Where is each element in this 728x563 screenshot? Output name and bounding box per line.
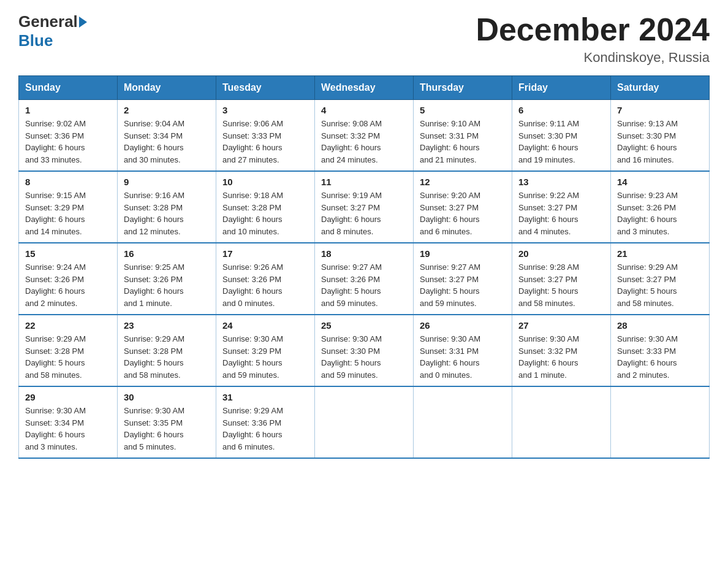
- day-number: 17: [222, 248, 308, 259]
- day-number: 6: [518, 105, 604, 115]
- calendar-cell: 20Sunrise: 9:28 AMSunset: 3:27 PMDayligh…: [512, 243, 611, 315]
- day-info: Sunrise: 9:30 AMSunset: 3:34 PMDaylight:…: [25, 405, 111, 453]
- calendar-cell: 13Sunrise: 9:22 AMSunset: 3:27 PMDayligh…: [512, 171, 611, 243]
- day-info: Sunrise: 9:08 AMSunset: 3:32 PMDaylight:…: [321, 118, 407, 166]
- calendar-subtitle: Kondinskoye, Russia: [476, 50, 710, 66]
- day-info: Sunrise: 9:06 AMSunset: 3:33 PMDaylight:…: [222, 118, 308, 166]
- day-info: Sunrise: 9:10 AMSunset: 3:31 PMDaylight:…: [420, 118, 506, 166]
- day-info: Sunrise: 9:19 AMSunset: 3:27 PMDaylight:…: [321, 190, 407, 237]
- day-number: 27: [518, 320, 604, 331]
- calendar-cell: 24Sunrise: 9:30 AMSunset: 3:29 PMDayligh…: [216, 315, 315, 386]
- day-number: 19: [420, 248, 506, 259]
- calendar-week-row: 29Sunrise: 9:30 AMSunset: 3:34 PMDayligh…: [19, 386, 710, 458]
- calendar-cell: 25Sunrise: 9:30 AMSunset: 3:30 PMDayligh…: [315, 315, 414, 386]
- day-info: Sunrise: 9:30 AMSunset: 3:33 PMDaylight:…: [617, 333, 703, 381]
- calendar-cell: 5Sunrise: 9:10 AMSunset: 3:31 PMDaylight…: [414, 100, 512, 172]
- day-info: Sunrise: 9:30 AMSunset: 3:35 PMDaylight:…: [124, 405, 210, 453]
- day-number: 12: [420, 177, 506, 187]
- calendar-cell: 1Sunrise: 9:02 AMSunset: 3:36 PMDaylight…: [19, 100, 118, 172]
- calendar-cell: 16Sunrise: 9:25 AMSunset: 3:26 PMDayligh…: [118, 243, 216, 315]
- calendar-cell: 28Sunrise: 9:30 AMSunset: 3:33 PMDayligh…: [611, 315, 710, 386]
- day-info: Sunrise: 9:25 AMSunset: 3:26 PMDaylight:…: [124, 261, 210, 309]
- day-number: 3: [222, 105, 308, 115]
- day-number: 13: [518, 177, 604, 187]
- logo-line2: Blue: [18, 31, 53, 50]
- calendar-week-row: 15Sunrise: 9:24 AMSunset: 3:26 PMDayligh…: [19, 243, 710, 315]
- calendar-cell: 9Sunrise: 9:16 AMSunset: 3:28 PMDaylight…: [118, 171, 216, 243]
- calendar-cell: 29Sunrise: 9:30 AMSunset: 3:34 PMDayligh…: [19, 386, 118, 458]
- calendar-cell: 19Sunrise: 9:27 AMSunset: 3:27 PMDayligh…: [414, 243, 512, 315]
- calendar-cell: 3Sunrise: 9:06 AMSunset: 3:33 PMDaylight…: [216, 100, 315, 172]
- day-info: Sunrise: 9:28 AMSunset: 3:27 PMDaylight:…: [518, 261, 604, 309]
- day-number: 30: [124, 392, 210, 402]
- day-number: 2: [124, 105, 210, 115]
- day-info: Sunrise: 9:30 AMSunset: 3:32 PMDaylight:…: [518, 333, 604, 381]
- calendar-week-row: 8Sunrise: 9:15 AMSunset: 3:29 PMDaylight…: [19, 171, 710, 243]
- calendar-cell: 27Sunrise: 9:30 AMSunset: 3:32 PMDayligh…: [512, 315, 611, 386]
- calendar-cell: 26Sunrise: 9:30 AMSunset: 3:31 PMDayligh…: [414, 315, 512, 386]
- day-info: Sunrise: 9:29 AMSunset: 3:28 PMDaylight:…: [25, 333, 111, 381]
- day-number: 9: [124, 177, 210, 187]
- calendar-cell: 7Sunrise: 9:13 AMSunset: 3:30 PMDaylight…: [611, 100, 710, 172]
- day-info: Sunrise: 9:27 AMSunset: 3:27 PMDaylight:…: [420, 261, 506, 309]
- calendar-cell: 23Sunrise: 9:29 AMSunset: 3:28 PMDayligh…: [118, 315, 216, 386]
- day-number: 10: [222, 177, 308, 187]
- calendar-cell: 2Sunrise: 9:04 AMSunset: 3:34 PMDaylight…: [118, 100, 216, 172]
- calendar-cell: 4Sunrise: 9:08 AMSunset: 3:32 PMDaylight…: [315, 100, 414, 172]
- day-number: 24: [222, 320, 308, 331]
- day-info: Sunrise: 9:15 AMSunset: 3:29 PMDaylight:…: [25, 190, 111, 237]
- day-info: Sunrise: 9:30 AMSunset: 3:29 PMDaylight:…: [222, 333, 308, 381]
- day-number: 23: [124, 320, 210, 331]
- calendar-cell: 10Sunrise: 9:18 AMSunset: 3:28 PMDayligh…: [216, 171, 315, 243]
- day-number: 25: [321, 320, 407, 331]
- calendar-cell: 6Sunrise: 9:11 AMSunset: 3:30 PMDaylight…: [512, 100, 611, 172]
- day-number: 7: [617, 105, 703, 115]
- col-header-saturday: Saturday: [611, 76, 710, 100]
- day-info: Sunrise: 9:02 AMSunset: 3:36 PMDaylight:…: [25, 118, 111, 166]
- day-number: 5: [420, 105, 506, 115]
- logo-line1: General: [18, 12, 87, 31]
- page-header: General Blue December 2024 Kondinskoye, …: [18, 12, 710, 66]
- calendar-cell: 21Sunrise: 9:29 AMSunset: 3:27 PMDayligh…: [611, 243, 710, 315]
- col-header-monday: Monday: [118, 76, 216, 100]
- day-number: 21: [617, 248, 703, 259]
- day-number: 4: [321, 105, 407, 115]
- day-number: 1: [25, 105, 111, 115]
- logo: General Blue: [18, 12, 87, 50]
- day-info: Sunrise: 9:18 AMSunset: 3:28 PMDaylight:…: [222, 190, 308, 237]
- day-info: Sunrise: 9:16 AMSunset: 3:28 PMDaylight:…: [124, 190, 210, 237]
- day-info: Sunrise: 9:24 AMSunset: 3:26 PMDaylight:…: [25, 261, 111, 309]
- logo-blue-text: Blue: [18, 31, 53, 50]
- calendar-cell: 17Sunrise: 9:26 AMSunset: 3:26 PMDayligh…: [216, 243, 315, 315]
- col-header-tuesday: Tuesday: [216, 76, 315, 100]
- calendar-cell: 22Sunrise: 9:29 AMSunset: 3:28 PMDayligh…: [19, 315, 118, 386]
- day-info: Sunrise: 9:23 AMSunset: 3:26 PMDaylight:…: [617, 190, 703, 237]
- day-number: 26: [420, 320, 506, 331]
- col-header-sunday: Sunday: [19, 76, 118, 100]
- calendar-cell: [315, 386, 414, 458]
- col-header-friday: Friday: [512, 76, 611, 100]
- col-header-thursday: Thursday: [414, 76, 512, 100]
- calendar-cell: 18Sunrise: 9:27 AMSunset: 3:26 PMDayligh…: [315, 243, 414, 315]
- day-info: Sunrise: 9:27 AMSunset: 3:26 PMDaylight:…: [321, 261, 407, 309]
- day-info: Sunrise: 9:29 AMSunset: 3:27 PMDaylight:…: [617, 261, 703, 309]
- day-number: 16: [124, 248, 210, 259]
- calendar-header-row: SundayMondayTuesdayWednesdayThursdayFrid…: [19, 76, 710, 100]
- day-info: Sunrise: 9:20 AMSunset: 3:27 PMDaylight:…: [420, 190, 506, 237]
- day-info: Sunrise: 9:29 AMSunset: 3:28 PMDaylight:…: [124, 333, 210, 381]
- calendar-cell: 31Sunrise: 9:29 AMSunset: 3:36 PMDayligh…: [216, 386, 315, 458]
- calendar-cell: [414, 386, 512, 458]
- logo-general-text: General: [18, 12, 78, 31]
- day-number: 28: [617, 320, 703, 331]
- day-info: Sunrise: 9:04 AMSunset: 3:34 PMDaylight:…: [124, 118, 210, 166]
- logo-arrow-icon: [79, 17, 87, 28]
- title-block: December 2024 Kondinskoye, Russia: [476, 12, 710, 66]
- col-header-wednesday: Wednesday: [315, 76, 414, 100]
- day-number: 15: [25, 248, 111, 259]
- calendar-cell: 30Sunrise: 9:30 AMSunset: 3:35 PMDayligh…: [118, 386, 216, 458]
- day-number: 8: [25, 177, 111, 187]
- calendar-cell: [512, 386, 611, 458]
- calendar-cell: [611, 386, 710, 458]
- day-info: Sunrise: 9:30 AMSunset: 3:30 PMDaylight:…: [321, 333, 407, 381]
- day-number: 29: [25, 392, 111, 402]
